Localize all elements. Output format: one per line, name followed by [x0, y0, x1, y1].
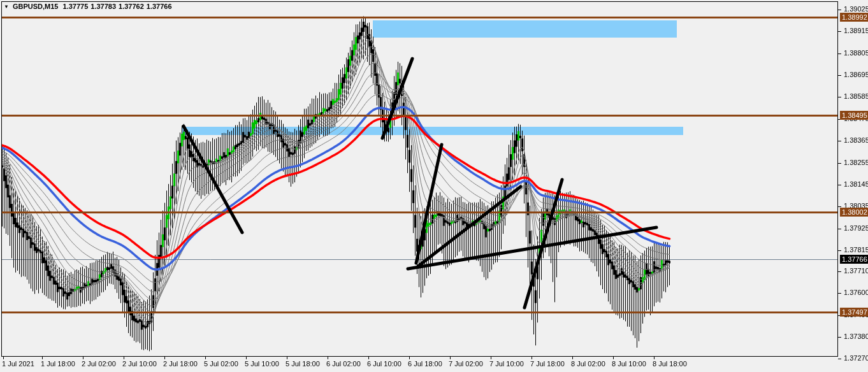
price-tick-label: 1.38915 — [844, 27, 868, 34]
time-label: 1 Jul 18:00 — [41, 360, 75, 368]
time-label: 6 Jul 02:00 — [326, 360, 361, 368]
chart-window: ▼GBPUSD,M15 1.377751.377831.377621.37766… — [0, 0, 868, 372]
time-label: 7 Jul 18:00 — [530, 360, 565, 368]
chart-canvas[interactable] — [0, 0, 868, 372]
price-tick-label: 1.37710 — [844, 267, 868, 275]
time-label: 8 Jul 02:00 — [571, 360, 605, 368]
ohlc-close: 1.37766 — [147, 3, 172, 10]
price-tick-label: 1.37925 — [844, 224, 868, 232]
ohlc-open: 1.37775 — [63, 3, 89, 10]
price-tick-label: 1.38805 — [844, 49, 868, 57]
time-label: 7 Jul 10:00 — [489, 360, 524, 368]
price-tick-label: 1.39025 — [844, 5, 868, 13]
current-price-badge: 1.37766 — [840, 255, 868, 264]
price-tick-label: 1.38695 — [844, 71, 868, 78]
ohlc-high: 1.37783 — [90, 3, 116, 10]
time-label: 6 Jul 18:00 — [408, 360, 442, 368]
price-level-badge: 1.38002 — [840, 208, 868, 217]
time-label: 8 Jul 10:00 — [612, 360, 646, 368]
price-level-badge: 1.37497 — [840, 308, 868, 317]
price-tick-label: 1.38145 — [844, 180, 868, 188]
time-label: 7 Jul 02:00 — [449, 360, 483, 368]
time-label: 5 Jul 10:00 — [245, 360, 279, 368]
price-tick-label: 1.38365 — [844, 136, 868, 144]
triangle-down-icon[interactable]: ▼ — [4, 4, 9, 10]
price-tick-label: 1.37380 — [844, 333, 868, 340]
ohlc-low: 1.37762 — [119, 3, 144, 10]
time-label: 2 Jul 02:00 — [82, 360, 116, 368]
price-tick-label: 1.38255 — [844, 159, 868, 166]
symbol-title: ▼GBPUSD,M15 1.377751.377831.377621.37766 — [4, 3, 175, 10]
price-tick-label: 1.38585 — [844, 92, 868, 100]
symbol-label: GBPUSD,M15 — [13, 3, 59, 10]
time-label: 2 Jul 18:00 — [163, 360, 198, 368]
time-label: 2 Jul 10:00 — [122, 360, 157, 368]
price-axis[interactable]: 1.390251.389151.388051.386951.385851.384… — [839, 0, 868, 357]
time-label: 8 Jul 18:00 — [653, 360, 687, 368]
price-level-badge: 1.38495 — [840, 111, 868, 120]
price-tick-label: 1.37815 — [844, 246, 868, 254]
time-label: 1 Jul 2021 — [2, 360, 34, 368]
price-tick-label: 1.37600 — [844, 289, 868, 296]
time-axis[interactable]: 1 Jul 20211 Jul 18:002 Jul 02:002 Jul 10… — [0, 358, 868, 372]
time-label: 6 Jul 10:00 — [367, 360, 401, 368]
price-level-badge: 1.38992 — [840, 13, 868, 22]
time-label: 5 Jul 18:00 — [286, 360, 320, 368]
time-label: 5 Jul 02:00 — [204, 360, 238, 368]
